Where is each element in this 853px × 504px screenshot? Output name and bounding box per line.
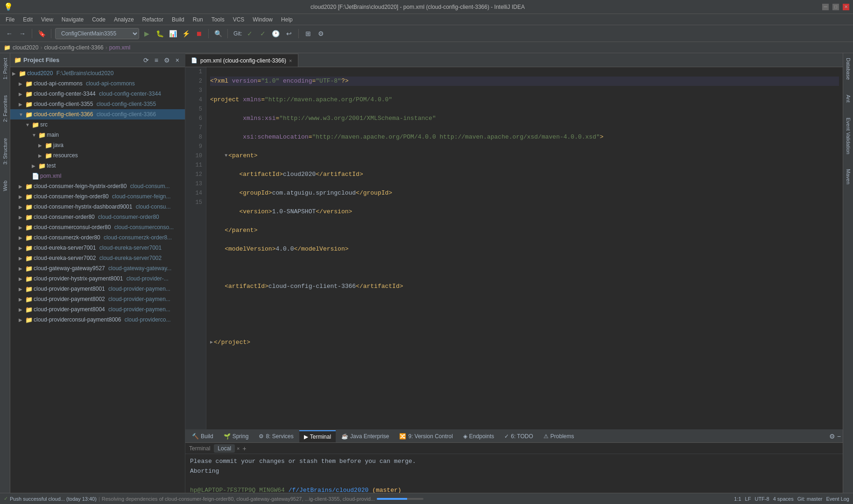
terminal-settings-button[interactable]: ⚙	[829, 433, 835, 440]
menu-item-file[interactable]: File	[2, 15, 18, 24]
run-button[interactable]: ▶	[141, 28, 152, 39]
tree-item-payment8004[interactable]: ▶ 📁 cloud-provider-payment8004 cloud-pro…	[10, 304, 185, 315]
menu-item-build[interactable]: Build	[168, 15, 188, 24]
right-tab-event-validation[interactable]: Event Validation	[845, 115, 852, 157]
forward-button[interactable]: →	[17, 28, 28, 39]
tree-item-consumer-order80[interactable]: ▶ 📁 cloud-consumer-order80 cloud-consume…	[10, 212, 185, 222]
tree-item-eureka-server7001[interactable]: ▶ 📁 cloud-eureka-server7001 cloud-eureka…	[10, 243, 185, 253]
tree-item-payment8002[interactable]: ▶ 📁 cloud-provider-payment8002 cloud-pro…	[10, 294, 185, 304]
status-lf[interactable]: LF	[745, 496, 751, 502]
stop-button[interactable]: ⏹	[193, 28, 204, 39]
status-encoding[interactable]: UTF-8	[754, 496, 769, 502]
tree-item-cloud-api-commons[interactable]: ▶ 📁 cloud-api-commons cloud-api-commons	[10, 78, 185, 89]
menu-item-vcs[interactable]: VCS	[229, 15, 248, 24]
sidebar-tab-web[interactable]: Web	[1, 178, 9, 194]
tree-item-payment8001[interactable]: ▶ 📁 cloud-provider-payment8001 cloud-pro…	[10, 284, 185, 294]
tree-item-pom-xml[interactable]: 📄 pom.xml	[10, 171, 185, 181]
terminal-add-tab[interactable]: +	[242, 445, 246, 452]
tree-item-src[interactable]: ▼ 📁 src	[10, 119, 185, 130]
terminal-minimize-button[interactable]: −	[837, 433, 841, 440]
status-spaces[interactable]: 4 spaces	[773, 496, 794, 502]
git-check-button[interactable]: ✓	[244, 28, 255, 39]
menu-item-analyze[interactable]: Analyze	[110, 15, 138, 24]
debug-button[interactable]: 🐛	[154, 28, 165, 39]
profile-button[interactable]: ⚡	[180, 28, 191, 39]
window-title: cloud2020 [F:\JetBrains\cloud2020] - pom…	[13, 4, 822, 10]
vcs-toolbar-button[interactable]: ⊞	[303, 28, 314, 39]
status-icon-check: ✓	[4, 496, 8, 502]
menu-item-navigate[interactable]: Navigate	[58, 15, 87, 24]
bottom-tab-version-control[interactable]: 🔀 9: Version Control	[395, 430, 457, 442]
menu-item-code[interactable]: Code	[88, 15, 109, 24]
tree-item-test[interactable]: ▶ 📁 test	[10, 161, 185, 171]
bottom-tab-build[interactable]: 🔨 Build	[187, 430, 218, 442]
tree-item-consumerzk-order80[interactable]: ▶ 📁 cloud-consumerzk-order80 cloud-consu…	[10, 232, 185, 243]
sidebar-tab-favorites[interactable]: 2: Favorites	[1, 92, 9, 125]
editor-tab-pom-xml[interactable]: 📄 pom.xml (cloud-config-client-3366) ×	[185, 54, 298, 67]
menu-item-refactor[interactable]: Refactor	[139, 15, 167, 24]
menu-item-view[interactable]: View	[37, 15, 57, 24]
sidebar-tab-structure[interactable]: 3: Structure	[1, 135, 9, 168]
tree-item-cloud-config-client-3355[interactable]: ▶ 📁 cloud-config-client-3355 cloud-confi…	[10, 99, 185, 109]
tree-item-hystrix-dashboard9001[interactable]: ▶ 📁 cloud-consumer-hystrix-dashboard9001…	[10, 202, 185, 212]
git-rollback-button[interactable]: ↩	[283, 28, 295, 39]
status-position[interactable]: 1:1	[734, 496, 741, 502]
tree-item-providerconsul-payment8006[interactable]: ▶ 📁 cloud-providerconsul-payment8006 clo…	[10, 315, 185, 325]
bottom-tab-services[interactable]: ⚙ 8: Services	[254, 430, 298, 442]
right-tab-maven[interactable]: Maven	[845, 166, 852, 187]
tree-item-consumerconsul-order80[interactable]: ▶ 📁 cloud-consumerconsul-order80 cloud-c…	[10, 222, 185, 232]
breadcrumb-root[interactable]: cloud2020	[13, 44, 38, 51]
bottom-tab-terminal[interactable]: ▶ Terminal	[299, 430, 336, 442]
bookmark-button[interactable]: 🔖	[36, 28, 47, 39]
project-hide-button[interactable]: ×	[174, 56, 181, 65]
close-button[interactable]: ✕	[843, 4, 849, 10]
run-config-select[interactable]: ConfigClientMain3355	[55, 28, 139, 39]
tree-item-cloud2020[interactable]: ▶ 📁 cloud2020 F:\JetBrains\cloud2020	[10, 68, 185, 78]
sidebar-tab-project[interactable]: 1: Project	[1, 55, 9, 82]
tree-item-hystrix-payment8001[interactable]: ▶ 📁 cloud-provider-hystrix-payment8001 c…	[10, 273, 185, 284]
tree-item-main[interactable]: ▼ 📁 main	[10, 130, 185, 140]
editor-content[interactable]: 1 2 3 4 5 6 7 8 9 10 11 12 13 14 15 <?xm…	[185, 67, 843, 429]
breadcrumb-file[interactable]: pom.xml	[109, 44, 130, 51]
tree-item-resources[interactable]: ▶ 📁 resources	[10, 150, 185, 161]
menu-item-tools[interactable]: Tools	[208, 15, 228, 24]
tree-item-feign-order80[interactable]: ▶ 📁 cloud-consumer-feign-order80 cloud-c…	[10, 191, 185, 202]
tree-item-eureka-server7002[interactable]: ▶ 📁 cloud-eureka-server7002 cloud-eureka…	[10, 253, 185, 263]
settings-toolbar-button[interactable]: ⚙	[316, 28, 327, 39]
project-sync-button[interactable]: ⟳	[141, 56, 151, 65]
tree-item-cloud-config-client-3366[interactable]: ▼ 📁 cloud-config-client-3366 cloud-confi…	[10, 109, 185, 119]
maximize-button[interactable]: □	[832, 4, 839, 10]
tree-item-cloud-config-center-3344[interactable]: ▶ 📁 cloud-config-center-3344 cloud-confi…	[10, 89, 185, 99]
terminal-tab-close[interactable]: ×	[237, 446, 240, 451]
status-git[interactable]: Git: master	[797, 496, 823, 502]
tree-item-java[interactable]: ▶ 📁 java	[10, 140, 185, 150]
right-tab-ant[interactable]: Ant	[845, 92, 852, 105]
bottom-tab-problems[interactable]: ⚠ Problems	[539, 430, 579, 442]
menu-item-window[interactable]: Window	[249, 15, 276, 24]
menu-item-run[interactable]: Run	[189, 15, 207, 24]
project-collapse-button[interactable]: ≡	[153, 56, 160, 65]
menu-item-help[interactable]: Help	[277, 15, 296, 24]
coverage-button[interactable]: 📊	[167, 28, 178, 39]
right-tab-database[interactable]: Database	[845, 55, 852, 83]
search-everywhere-button[interactable]: 🔍	[212, 28, 224, 39]
status-event-log[interactable]: Event Log	[826, 496, 849, 502]
bottom-tab-java-enterprise[interactable]: ☕ Java Enterprise	[337, 430, 394, 442]
breadcrumb-module[interactable]: cloud-config-client-3366	[44, 44, 103, 51]
breadcrumb-icon: 📁	[4, 44, 11, 51]
bottom-tab-spring[interactable]: 🌱 Spring	[219, 430, 254, 442]
git-push-button[interactable]: ✓	[257, 28, 268, 39]
terminal-tab-local[interactable]: Local	[214, 444, 235, 453]
minimize-button[interactable]: ─	[822, 4, 829, 10]
terminal-sub-tabs: Terminal Local × +	[185, 443, 843, 454]
back-button[interactable]: ←	[4, 28, 15, 39]
bottom-tab-todo[interactable]: ✓ 6: TODO	[500, 430, 538, 442]
menu-item-edit[interactable]: Edit	[19, 15, 36, 24]
code-area[interactable]: <?xml version="1.0" encoding="UTF-8"?> <…	[206, 67, 843, 429]
bottom-tab-endpoints[interactable]: ◈ Endpoints	[458, 430, 499, 442]
tree-item-gateway9527[interactable]: ▶ 📁 cloud-gateway-gateway9527 cloud-gate…	[10, 263, 185, 273]
project-settings-button[interactable]: ⚙	[162, 56, 172, 65]
editor-tab-close[interactable]: ×	[289, 58, 292, 63]
tree-item-feign-hystrix-order80[interactable]: ▶ 📁 cloud-consumer-feign-hystrix-order80…	[10, 181, 185, 191]
git-history-button[interactable]: 🕐	[270, 28, 282, 39]
